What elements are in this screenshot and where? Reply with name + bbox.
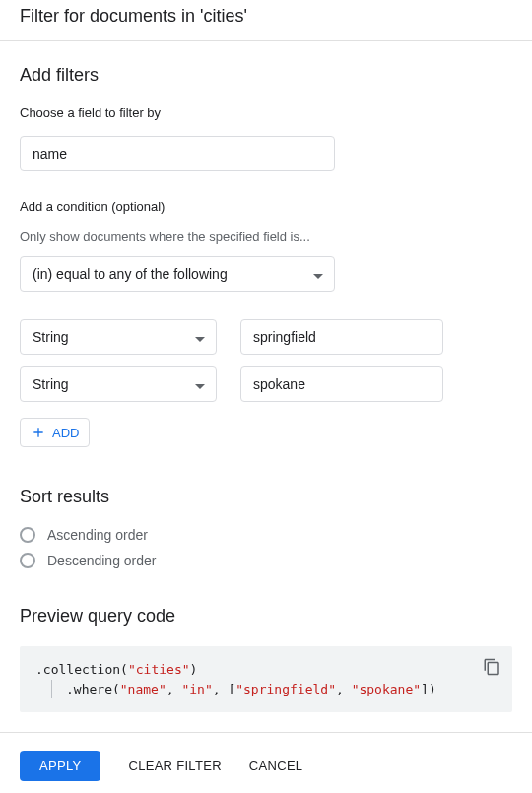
cancel-button[interactable]: CANCEL xyxy=(249,759,303,773)
value-type-select[interactable]: String xyxy=(20,366,217,402)
condition-operator-value: (in) equal to any of the following xyxy=(20,256,335,292)
plus-icon xyxy=(31,425,46,440)
copy-code-button[interactable] xyxy=(483,658,500,682)
code-line: .collection("cities") xyxy=(35,660,497,680)
sort-descending-radio[interactable]: Descending order xyxy=(20,553,512,568)
copy-icon xyxy=(483,658,500,676)
value-type-select[interactable]: String xyxy=(20,319,217,355)
add-condition-button[interactable]: ADD xyxy=(20,418,90,447)
condition-value-row: String xyxy=(20,366,512,402)
value-type-label: String xyxy=(20,366,217,402)
field-name-input[interactable] xyxy=(20,136,335,171)
radio-icon xyxy=(20,553,35,568)
radio-icon xyxy=(20,527,35,543)
radio-label: Ascending order xyxy=(47,527,148,543)
radio-label: Descending order xyxy=(47,553,157,568)
clear-filter-button[interactable]: CLEAR FILTER xyxy=(128,759,221,773)
dialog-footer: APPLY CLEAR FILTER CANCEL xyxy=(0,732,532,793)
code-line: .where("name", "in", ["springfield", "sp… xyxy=(51,680,497,699)
condition-label: Add a condition (optional) xyxy=(20,199,512,214)
add-button-label: ADD xyxy=(52,426,79,440)
sort-results-title: Sort results xyxy=(20,487,512,507)
condition-operator-select[interactable]: (in) equal to any of the following xyxy=(20,256,335,292)
preview-query-title: Preview query code xyxy=(20,606,512,627)
condition-value-input[interactable] xyxy=(240,366,443,402)
dialog-content: Add filters Choose a field to filter by … xyxy=(0,41,532,732)
condition-helper: Only show documents where the specified … xyxy=(20,230,512,244)
value-type-label: String xyxy=(20,319,217,355)
apply-button[interactable]: APPLY xyxy=(20,751,100,781)
dialog-title: Filter for documents in 'cities' xyxy=(20,6,512,27)
field-chooser-label: Choose a field to filter by xyxy=(20,105,512,120)
add-filters-title: Add filters xyxy=(20,65,512,86)
condition-value-input[interactable] xyxy=(240,319,443,355)
sort-ascending-radio[interactable]: Ascending order xyxy=(20,527,512,543)
dialog-header: Filter for documents in 'cities' xyxy=(0,0,532,40)
query-code-block: .collection("cities") .where("name", "in… xyxy=(20,646,512,712)
sort-order-group: Ascending order Descending order xyxy=(20,527,512,568)
condition-value-row: String xyxy=(20,319,512,355)
